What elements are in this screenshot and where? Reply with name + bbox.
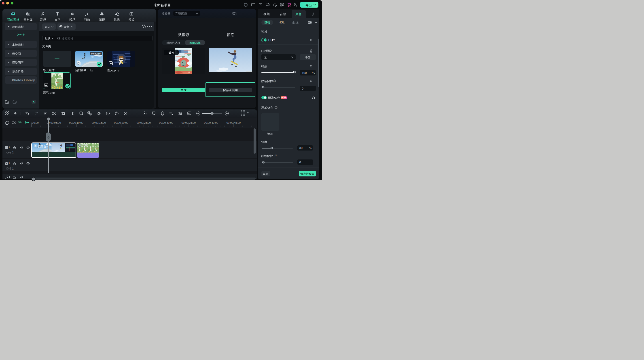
svg-text:?: ? xyxy=(276,106,276,109)
svg-text:?: ? xyxy=(274,80,275,82)
svg-text:?: ? xyxy=(276,155,276,157)
